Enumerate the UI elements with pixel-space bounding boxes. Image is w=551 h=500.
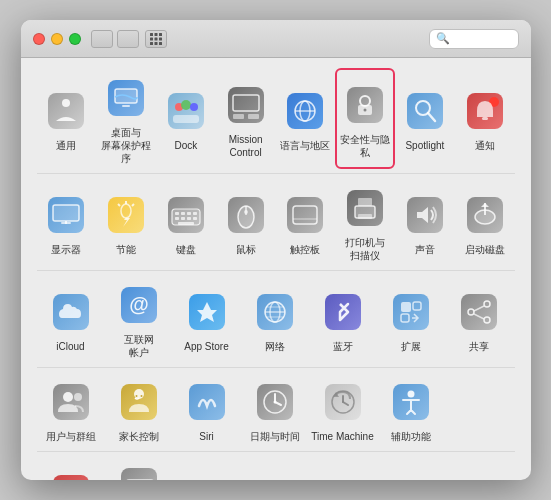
notification-label: 通知 [475, 139, 495, 152]
security-label: 安全性与隐私 [337, 133, 393, 159]
back-button[interactable] [91, 30, 113, 48]
pref-item-sound[interactable]: 声音 [395, 178, 455, 266]
close-button[interactable] [33, 33, 45, 45]
search-box[interactable]: 🔍 [429, 29, 519, 49]
pref-item-appstore[interactable]: App Store [173, 275, 241, 363]
pref-item-dock[interactable]: Dock [156, 68, 216, 169]
svg-point-118 [407, 391, 414, 398]
pref-item-timemachine[interactable]: Time Machine [309, 372, 377, 447]
svg-rect-88 [325, 294, 361, 330]
pref-item-security[interactable]: 安全性与隐私 [335, 68, 395, 169]
pref-item-trackpad[interactable]: 触控板 [276, 178, 336, 266]
mouse-label: 鼠标 [236, 243, 256, 256]
sound-label: 声音 [415, 243, 435, 256]
pref-item-energy[interactable]: 节能 [96, 178, 156, 266]
pref-item-datetime[interactable]: 日期与时间 [241, 372, 309, 447]
pref-item-icloud[interactable]: iCloud [37, 275, 105, 363]
svg-rect-3 [150, 37, 153, 40]
svg-rect-23 [248, 114, 259, 119]
maximize-button[interactable] [69, 33, 81, 45]
spotlight-icon [401, 87, 449, 135]
row-0: 通用桌面与 屏幕保护程序DockMission Control语言与地区安全性与… [37, 68, 515, 174]
titlebar: 🔍 [21, 20, 531, 58]
startup-icon [461, 191, 509, 239]
pref-item-notification[interactable]: 通知 [455, 68, 515, 169]
svg-rect-59 [178, 222, 194, 225]
mission-icon [222, 81, 270, 129]
pref-item-internet[interactable]: @互联网 帐户 [105, 275, 173, 363]
svg-rect-14 [122, 105, 130, 107]
flash-icon [47, 469, 95, 481]
pref-item-mouse[interactable]: 鼠标 [216, 178, 276, 266]
svg-rect-53 [187, 212, 191, 215]
siri-icon [183, 378, 231, 426]
startup-label: 启动磁盘 [465, 243, 505, 256]
bluetooth-icon [319, 288, 367, 336]
pref-item-siri[interactable]: Siri [173, 372, 241, 447]
pref-item-desktop[interactable]: 桌面与 屏幕保护程序 [96, 68, 156, 169]
pref-item-keyboard[interactable]: 键盘 [156, 178, 216, 266]
pref-item-general[interactable]: 通用 [37, 68, 97, 169]
minimize-button[interactable] [51, 33, 63, 45]
svg-rect-93 [461, 294, 497, 330]
svg-rect-51 [175, 212, 179, 215]
svg-rect-120 [121, 468, 157, 480]
icloud-icon [47, 288, 95, 336]
general-icon [42, 87, 90, 135]
pref-item-mission[interactable]: Mission Control [216, 68, 276, 169]
forward-button[interactable] [117, 30, 139, 48]
svg-rect-58 [193, 217, 197, 220]
svg-rect-106 [189, 384, 225, 420]
dock-label: Dock [174, 139, 197, 152]
pref-item-users[interactable]: 用户与群组 [37, 372, 105, 447]
language-icon [281, 87, 329, 135]
timemachine-icon [319, 378, 367, 426]
svg-rect-56 [181, 217, 185, 220]
appstore-label: App Store [184, 340, 228, 353]
keyboard-icon [162, 191, 210, 239]
pref-item-parental[interactable]: 家长控制 [105, 372, 173, 447]
svg-point-111 [273, 401, 276, 404]
pref-item-display[interactable]: 显示器 [37, 178, 97, 266]
svg-rect-119 [53, 475, 89, 481]
svg-line-47 [118, 204, 120, 206]
pref-item-logitech[interactable]: Logitech Options [105, 456, 173, 480]
svg-rect-37 [482, 117, 488, 120]
pref-item-extension[interactable]: 扩展 [377, 275, 445, 363]
svg-rect-55 [175, 217, 179, 220]
svg-point-101 [74, 393, 82, 401]
trackpad-icon [281, 191, 329, 239]
traffic-lights [33, 33, 81, 45]
svg-rect-89 [393, 294, 429, 330]
svg-rect-15 [168, 93, 204, 129]
pref-item-bluetooth[interactable]: 蓝牙 [309, 275, 377, 363]
svg-rect-32 [407, 93, 443, 129]
svg-line-46 [132, 204, 134, 206]
logitech-icon [115, 462, 163, 480]
svg-text:@: @ [129, 293, 149, 315]
share-label: 共享 [469, 340, 489, 353]
pref-item-startup[interactable]: 启动磁盘 [455, 178, 515, 266]
grid-view-button[interactable] [145, 30, 167, 48]
pref-item-spotlight[interactable]: Spotlight [395, 68, 455, 169]
search-icon: 🔍 [436, 32, 450, 45]
svg-rect-4 [154, 37, 157, 40]
language-label: 语言与地区 [280, 139, 330, 152]
pref-item-printer[interactable]: 打印机与 扫描仪 [335, 178, 395, 266]
network-icon [251, 288, 299, 336]
security-icon [341, 81, 389, 129]
users-label: 用户与群组 [46, 430, 96, 443]
pref-item-flash[interactable]: Flash Player [37, 456, 105, 480]
siri-label: Siri [199, 430, 213, 443]
pref-item-accessibility[interactable]: 辅助功能 [377, 372, 445, 447]
datetime-icon [251, 378, 299, 426]
users-icon [47, 378, 95, 426]
row-3: 用户与群组家长控制Siri日期与时间Time Machine辅助功能 [37, 372, 515, 452]
svg-point-19 [190, 103, 198, 111]
pref-item-share[interactable]: 共享 [445, 275, 513, 363]
pref-item-network[interactable]: 网络 [241, 275, 309, 363]
energy-icon [102, 191, 150, 239]
pref-item-language[interactable]: 语言与地区 [276, 68, 336, 169]
accessibility-icon [387, 378, 435, 426]
spotlight-label: Spotlight [405, 139, 444, 152]
